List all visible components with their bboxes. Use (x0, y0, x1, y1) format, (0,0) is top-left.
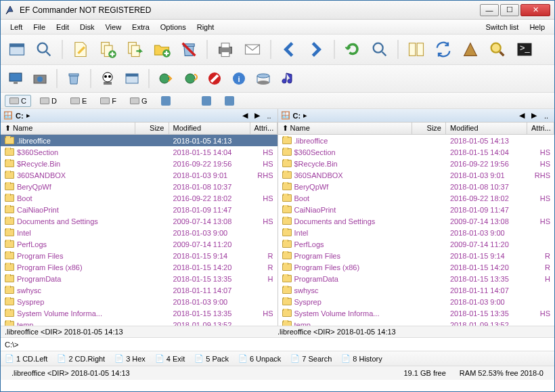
table-row[interactable]: Intel2018-01-03 9:00 (278, 227, 555, 238)
col-name[interactable]: ⬆ Name (1, 123, 135, 134)
menu-left[interactable]: Left (5, 22, 28, 32)
minimize-button[interactable]: — (480, 4, 499, 16)
fn-search[interactable]: 📄7 Search (290, 354, 332, 364)
table-row[interactable]: CaiNiaoPrint2018-01-09 11:47 (1, 204, 278, 215)
dropdown-icon[interactable]: ▸ (26, 111, 30, 120)
close-button[interactable]: ✕ (520, 4, 550, 16)
menu-file[interactable]: File (28, 22, 51, 32)
panel-drive[interactable]: C: (293, 112, 301, 120)
file-list[interactable]: .libreoffice2018-01-05 14:13$360Section2… (1, 135, 278, 326)
fn-pack[interactable]: 📄5 Pack (194, 354, 229, 364)
menu-switch-list[interactable]: Switch list (480, 22, 524, 32)
fn-history[interactable]: 📄8 History (341, 354, 382, 364)
split-icon[interactable] (404, 37, 428, 62)
menu-options[interactable]: Options (155, 22, 192, 32)
col-attr[interactable]: Attri... (527, 123, 554, 134)
menu-right[interactable]: Right (192, 22, 220, 32)
disk-icon[interactable] (252, 68, 274, 89)
table-row[interactable]: temp2018-01-09 13:52 (1, 319, 278, 326)
table-row[interactable]: 360SANDBOX2018-01-03 9:01RHS (278, 169, 555, 181)
table-row[interactable]: Boot2016-09-22 18:02HS (278, 192, 555, 204)
maximize-button[interactable]: ☐ (500, 4, 519, 16)
col-attr[interactable]: Attri... (250, 123, 278, 134)
forward-icon[interactable] (304, 37, 328, 62)
drive-c[interactable]: C (5, 95, 31, 107)
nav-back-icon[interactable]: ◀ (240, 110, 250, 121)
search2-icon[interactable] (368, 37, 392, 62)
menu-help[interactable]: Help (524, 22, 550, 32)
table-row[interactable]: temp2018-01-09 13:52 (278, 319, 555, 326)
print-icon[interactable] (213, 37, 238, 62)
table-row[interactable]: $360Section2018-01-15 14:04HS (278, 146, 555, 158)
table-row[interactable]: Program Files (x86)2018-01-15 14:20R (278, 261, 555, 273)
table-row[interactable]: ProgramData2018-01-15 13:35H (278, 273, 555, 284)
globe-sync-icon[interactable] (179, 68, 201, 89)
back-icon[interactable] (277, 37, 301, 62)
search-icon[interactable] (32, 37, 56, 62)
table-row[interactable]: Sysprep2018-01-03 9:00 (278, 296, 555, 307)
menu-edit[interactable]: Edit (51, 22, 74, 32)
table-row[interactable]: Boot2016-09-22 18:02HS (1, 192, 278, 204)
table-row[interactable]: Documents and Settings2009-07-14 13:08HS (278, 215, 555, 227)
cmd-input[interactable] (21, 341, 550, 349)
table-row[interactable]: Program Files (x86)2018-01-15 14:20R (1, 261, 278, 273)
fn-exit[interactable]: 📄4 Exit (155, 354, 185, 364)
copy-add-icon[interactable] (95, 37, 120, 62)
col-size[interactable]: Size (135, 123, 169, 134)
table-row[interactable]: Program Files2018-01-15 9:14R (278, 250, 555, 261)
col-name[interactable]: ⬆ Name (278, 123, 413, 134)
fn-hex[interactable]: 📄3 Hex (114, 354, 146, 364)
nav-back-icon[interactable]: ◀ (516, 110, 527, 121)
monitor-icon[interactable] (156, 94, 175, 108)
table-row[interactable]: BeryQpWf2018-01-08 10:37 (278, 181, 555, 192)
move-icon[interactable] (123, 37, 147, 62)
block-icon[interactable] (204, 68, 225, 89)
table-row[interactable]: .libreoffice2018-01-05 14:13 (278, 135, 555, 146)
menu-disk[interactable]: Disk (74, 22, 99, 32)
nav-up-icon[interactable]: .. (541, 110, 552, 121)
camera-icon[interactable] (29, 68, 51, 89)
table-row[interactable]: CaiNiaoPrint2018-01-09 11:47 (278, 204, 555, 215)
find-icon[interactable] (485, 37, 510, 62)
fn-cd-right[interactable]: 📄2 CD.Right (57, 354, 105, 364)
table-row[interactable]: Intel2018-01-03 9:00 (1, 227, 278, 238)
table-row[interactable]: PerfLogs2009-07-14 11:20 (1, 238, 278, 250)
globe-arrow-icon[interactable] (155, 68, 177, 89)
edit-icon[interactable] (68, 37, 93, 62)
window-icon[interactable] (5, 37, 29, 62)
table-row[interactable]: ProgramData2018-01-15 13:35H (1, 273, 278, 284)
table-row[interactable]: $Recycle.Bin2016-09-22 19:56HS (278, 158, 555, 169)
nav-fwd-icon[interactable]: ▶ (252, 110, 263, 121)
menu-extra[interactable]: Extra (127, 22, 155, 32)
table-row[interactable]: $Recycle.Bin2016-09-22 19:56HS (1, 158, 278, 169)
drive-d[interactable]: D (35, 95, 62, 107)
table-row[interactable]: BeryQpWf2018-01-08 10:37 (1, 181, 278, 192)
info-icon[interactable]: i (228, 68, 250, 89)
fn-cd-left[interactable]: 📄1 CD.Left (5, 354, 47, 364)
mail-icon[interactable] (240, 37, 265, 62)
window2-icon[interactable] (121, 68, 143, 89)
table-row[interactable]: PerfLogs2009-07-14 11:20 (278, 238, 555, 250)
sync-icon[interactable] (431, 37, 456, 62)
music-icon[interactable] (277, 68, 298, 89)
terminal-icon[interactable]: >_ (512, 37, 537, 62)
delete-icon[interactable] (177, 37, 201, 62)
table-row[interactable]: System Volume Informa...2018-01-15 13:35… (278, 307, 555, 319)
nav-up-icon[interactable]: .. (264, 110, 275, 121)
table-row[interactable]: System Volume Informa...2018-01-15 13:35… (1, 307, 278, 319)
skull-icon[interactable] (97, 68, 118, 89)
table-row[interactable]: swhysc2018-01-11 14:07 (1, 284, 278, 296)
dropdown-icon[interactable]: ▸ (303, 111, 307, 120)
trash-icon[interactable] (63, 68, 85, 89)
table-row[interactable]: swhysc2018-01-11 14:07 (278, 284, 555, 296)
drive-e[interactable]: E (66, 95, 91, 107)
monitor-icon[interactable] (5, 68, 26, 89)
table-row[interactable]: .libreoffice2018-01-05 14:13 (1, 135, 278, 146)
col-size[interactable]: Size (412, 123, 446, 134)
refresh-icon[interactable] (340, 37, 365, 62)
users-icon[interactable] (220, 94, 239, 108)
menu-view[interactable]: View (99, 22, 127, 32)
table-row[interactable]: Program Files2018-01-15 9:14R (1, 250, 278, 261)
file-list[interactable]: .libreoffice2018-01-05 14:13$360Section2… (278, 135, 555, 326)
table-row[interactable]: Documents and Settings2009-07-14 13:08HS (1, 215, 278, 227)
